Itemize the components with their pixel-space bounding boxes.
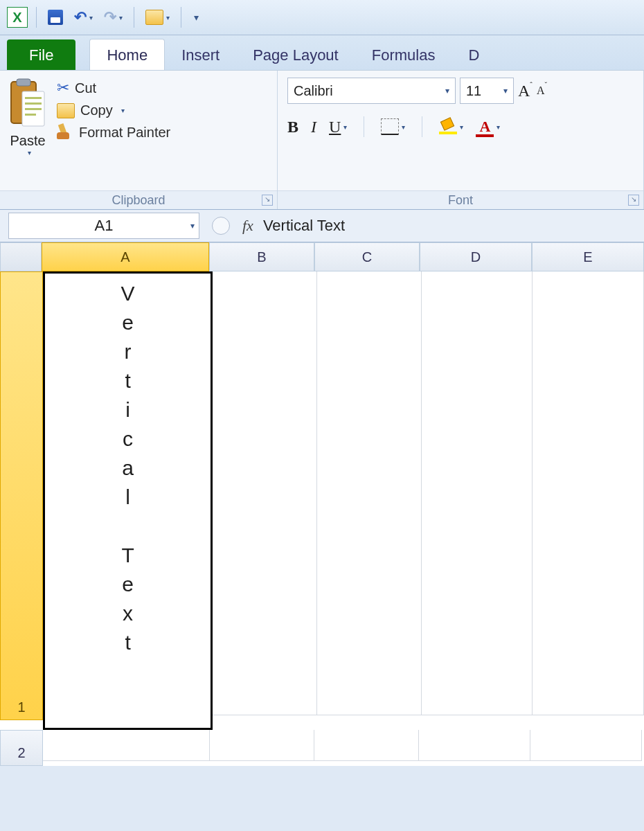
paste-label: Paste (10, 133, 45, 149)
borders-button[interactable]: ▾ (381, 118, 405, 135)
scissors-icon: ✂ (57, 79, 69, 97)
group-label-font: Font↘ (278, 190, 643, 209)
cell-E2[interactable] (530, 730, 642, 761)
redo-button[interactable]: ↷ ▾ (101, 7, 125, 28)
chevron-down-icon[interactable]: ▾ (28, 149, 31, 157)
grid-row: 2 (0, 730, 644, 766)
chevron-down-icon[interactable]: ▾ (190, 221, 195, 231)
dialog-launcher-icon[interactable]: ↘ (262, 195, 273, 206)
separator (422, 116, 422, 137)
qat-separator (36, 7, 37, 28)
column-header-A[interactable]: A (42, 242, 209, 271)
chevron-down-icon[interactable]: ▾ (166, 14, 170, 21)
cell-D2[interactable] (419, 730, 530, 761)
undo-button[interactable]: ↶ ▾ (71, 7, 96, 28)
chevron-down-icon[interactable]: ▾ (498, 86, 508, 96)
font-color-button[interactable]: A▾ (476, 118, 500, 136)
cut-button[interactable]: ✂Cut (57, 79, 170, 97)
tab-file[interactable]: File (7, 39, 75, 70)
title-bar: X ↶ ▾ ↷ ▾ ▾ ▾ (0, 0, 644, 35)
chevron-down-icon[interactable]: ▾ (460, 123, 463, 131)
font-color-icon: A (476, 118, 494, 136)
tab-data[interactable]: D (451, 39, 483, 70)
chevron-down-icon[interactable]: ▾ (121, 107, 125, 114)
underline-icon: U (329, 118, 341, 136)
cell-D1[interactable] (422, 271, 533, 715)
ribbon-tabs: File Home Insert Page Layout Formulas D (0, 35, 644, 70)
font-family-combo[interactable]: Calibri▾ (287, 78, 456, 104)
cell-E1[interactable] (533, 271, 644, 715)
select-all-corner[interactable] (0, 242, 42, 271)
group-clipboard: Paste ▾ ✂Cut Copy▾ Format Painter Clipbo… (0, 71, 278, 209)
cancel-placeholder-icon (212, 217, 230, 235)
cell-C1[interactable] (317, 271, 422, 715)
bold-button[interactable]: B (287, 118, 298, 136)
tab-insert[interactable]: Insert (165, 39, 236, 70)
cell-B2[interactable] (210, 730, 314, 761)
svg-rect-4 (25, 102, 42, 105)
column-header-D[interactable]: D (420, 242, 532, 271)
cell-C2[interactable] (314, 730, 419, 761)
cell-A1[interactable]: VerticalText (43, 271, 213, 730)
copy-button[interactable]: Copy▾ (57, 102, 170, 118)
cell-a1-vertical-text: VerticalText (45, 279, 211, 657)
row-header-1[interactable]: 1 (0, 271, 43, 720)
font-size-combo[interactable]: 11▾ (460, 78, 514, 104)
redo-icon: ↷ (104, 8, 116, 26)
decrease-font-button[interactable]: Aˇ (537, 84, 547, 97)
italic-button[interactable]: I (311, 118, 316, 136)
underline-button[interactable]: U▾ (329, 118, 347, 136)
column-header-C[interactable]: C (314, 242, 420, 271)
group-label-clipboard: Clipboard↘ (0, 190, 277, 209)
paste-button[interactable]: Paste ▾ (7, 76, 48, 157)
chevron-down-icon[interactable]: ▾ (402, 123, 405, 131)
svg-rect-1 (17, 79, 30, 86)
column-headers: ABCDE (0, 242, 644, 271)
chevron-down-icon[interactable]: ▾ (89, 14, 93, 21)
excel-icon: X (7, 7, 28, 28)
cut-label: Cut (75, 80, 96, 96)
column-header-B[interactable]: B (209, 242, 314, 271)
fill-color-button[interactable]: ▾ (439, 119, 463, 134)
name-box[interactable]: A1▾ (8, 213, 199, 239)
tab-page-layout[interactable]: Page Layout (236, 39, 355, 70)
format-painter-button[interactable]: Format Painter (57, 124, 170, 141)
format-painter-label: Format Painter (79, 125, 170, 141)
svg-rect-3 (25, 97, 42, 99)
tab-formulas[interactable]: Formulas (355, 39, 452, 70)
undo-icon: ↶ (74, 8, 87, 26)
font-size-value: 11 (466, 83, 481, 99)
dialog-launcher-icon[interactable]: ↘ (628, 195, 639, 206)
svg-rect-5 (25, 108, 42, 110)
save-icon (48, 10, 63, 25)
qat-separator (181, 7, 181, 28)
svg-rect-6 (25, 114, 36, 116)
column-header-E[interactable]: E (532, 242, 644, 271)
separator (364, 116, 364, 137)
cell-A2[interactable] (43, 730, 210, 761)
customize-qat-button[interactable]: ▾ (194, 12, 199, 23)
workbook-icon (145, 10, 163, 25)
chevron-down-icon[interactable]: ▾ (343, 123, 347, 131)
save-button[interactable] (45, 7, 66, 28)
bucket-icon (439, 119, 457, 134)
font-family-value: Calibri (294, 83, 333, 99)
paste-icon (7, 76, 48, 130)
insert-function-button[interactable]: fx (242, 217, 253, 235)
row-header-2[interactable]: 2 (0, 730, 43, 766)
group-font: Calibri▾ 11▾ Aˆ Aˇ B I U▾ ▾ ▾ A▾ Font↘ (278, 71, 644, 209)
formula-value[interactable]: Vertical Text (263, 217, 345, 235)
copy-icon (57, 103, 75, 118)
tab-home[interactable]: Home (89, 39, 165, 70)
increase-font-button[interactable]: Aˆ (518, 82, 533, 100)
chevron-down-icon[interactable]: ▾ (440, 86, 449, 96)
spreadsheet-grid[interactable]: ABCDE 1VerticalText2 (0, 242, 644, 766)
print-preview-button[interactable]: ▾ (143, 7, 172, 28)
brush-icon (57, 124, 73, 141)
copy-label: Copy (80, 102, 113, 118)
chevron-down-icon[interactable]: ▾ (497, 123, 500, 131)
name-box-value: A1 (95, 217, 114, 235)
ribbon: Paste ▾ ✂Cut Copy▾ Format Painter Clipbo… (0, 70, 644, 210)
chevron-down-icon[interactable]: ▾ (119, 14, 123, 21)
cell-B1[interactable] (213, 271, 317, 715)
